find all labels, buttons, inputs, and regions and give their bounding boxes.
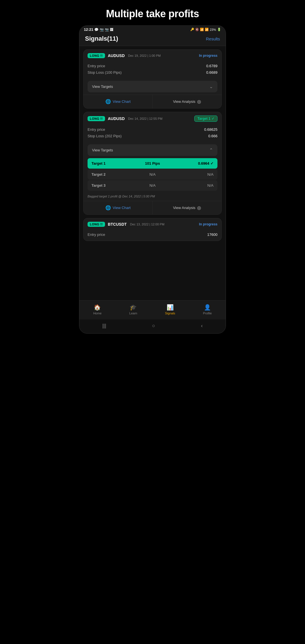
home-icon: 🏠 — [94, 304, 101, 311]
pair-name-3: BTCUSDT — [108, 222, 127, 227]
nav-profile-label: Profile — [203, 312, 212, 315]
entry-value-2: 0.68625 — [204, 127, 217, 132]
entry-label-1: Entry price — [88, 64, 105, 68]
card-body-1: Entry price 0.6789 Stop Loss (100 Pips) … — [84, 62, 221, 79]
page-title: Multiple take profits — [82, 8, 223, 20]
page-wrapper: Multiple take profits 12:21 💬 📷 📷 🖼 🔑 🔇 … — [76, 0, 229, 334]
nav-profile[interactable]: 👤 Profile — [200, 303, 215, 316]
action-buttons-1: 🌐 View Chart View Analysis ◎ — [84, 95, 221, 108]
stop-label-2: Stop Loss (202 Pips) — [88, 134, 122, 138]
target1-name: Target 1 — [91, 161, 111, 166]
view-chart-btn-2[interactable]: 🌐 View Chart — [84, 201, 153, 214]
target-row-1: Target 1 101 Pips 0.6964 ✓ — [88, 158, 217, 169]
view-analysis-btn-2[interactable]: View Analysis ◎ — [153, 201, 222, 214]
action-buttons-2: 🌐 View Chart View Analysis ◎ — [84, 201, 221, 214]
android-recent-icon[interactable]: ||| — [102, 323, 106, 329]
target-row-3: Target 3 N/A N/A — [88, 180, 217, 191]
chevron-up-icon-2: ⌃ — [209, 147, 213, 153]
stop-value-2: 0.666 — [208, 134, 217, 138]
status-time: 12:21 💬 📷 📷 🖼 — [84, 27, 113, 32]
target3-name: Target 3 — [91, 183, 111, 188]
checkmark-icon-2: ✓ — [212, 117, 214, 121]
long-badge-2: LONG !! — [88, 116, 105, 121]
entry-price-row-1: Entry price 0.6789 — [88, 63, 217, 69]
entry-value-3: 17600 — [207, 232, 217, 237]
nav-signals-label: Signals — [165, 312, 175, 315]
signal-card-3: LONG !! BTCUSDT Dec 13, 2022 | 12:00 PM … — [83, 218, 222, 241]
signal-card-1: LONG !! AUDUSD Dec 19, 2022 | 1:00 PM In… — [83, 49, 222, 108]
chevron-down-icon-1: ⌄ — [209, 84, 213, 89]
view-chart-btn-1[interactable]: 🌐 View Chart — [84, 95, 153, 108]
android-home-icon[interactable]: ○ — [152, 323, 155, 329]
card-body-2: Entry price 0.68625 Stop Loss (202 Pips)… — [84, 125, 221, 142]
nav-learn-label: Learn — [129, 312, 137, 315]
nav-home-label: Home — [93, 312, 101, 315]
view-analysis-btn-1[interactable]: View Analysis ◎ — [153, 95, 222, 108]
target2-name: Target 2 — [91, 172, 111, 177]
signal-date-3: Dec 13, 2022 | 12:00 PM — [130, 223, 165, 226]
status-badge-3: In progress — [199, 222, 217, 226]
target1-val: 0.6964 ✓ — [194, 161, 213, 166]
chart-icon-1: 🌐 — [105, 99, 111, 104]
android-back-icon[interactable]: ‹ — [201, 323, 203, 329]
entry-label-3: Entry price — [88, 232, 105, 237]
results-link[interactable]: Results — [206, 36, 220, 41]
pair-name-1: AUDUSD — [108, 53, 125, 58]
target-row-2: Target 2 N/A N/A — [88, 169, 217, 180]
target1-pips: 101 Pips — [111, 161, 194, 166]
learn-icon: 🎓 — [130, 304, 137, 311]
stop-loss-row-2: Stop Loss (202 Pips) 0.666 — [88, 133, 217, 139]
signal-date-1: Dec 19, 2022 | 1:00 PM — [128, 54, 161, 57]
entry-value-1: 0.6789 — [206, 64, 217, 68]
analysis-icon-2: ◎ — [197, 205, 201, 210]
target1-check-icon: ✓ — [210, 161, 213, 166]
signals-icon: 📊 — [167, 304, 174, 311]
target3-val: N/A — [194, 183, 213, 188]
nav-signals[interactable]: 📊 Signals — [162, 303, 178, 316]
page-header: Multiple take profits — [76, 0, 229, 25]
card-header-2: LONG !! AUDUSD Dec 14, 2022 | 12:55 PM T… — [84, 112, 221, 125]
card-body-3: Entry price 17600 — [84, 230, 221, 241]
pair-name-2: AUDUSD — [108, 116, 125, 121]
card-header-1: LONG !! AUDUSD Dec 19, 2022 | 1:00 PM In… — [84, 50, 221, 62]
target3-pips: N/A — [111, 183, 194, 188]
status-badge-1: In progress — [199, 54, 217, 58]
status-bar: 12:21 💬 📷 📷 🖼 🔑 🔇 📶 📶 23% 🔋 — [79, 26, 226, 33]
stop-value-1: 0.6689 — [206, 70, 217, 75]
app-header: Signals(11) Results — [79, 33, 226, 46]
view-targets-btn-1[interactable]: View Targets ⌄ — [88, 81, 217, 92]
long-badge-1: LONG !! — [88, 53, 105, 58]
signal-date-2: Dec 14, 2022 | 12:55 PM — [128, 117, 163, 120]
app-title: Signals(11) — [85, 35, 118, 42]
long-badge-3: LONG !! — [88, 222, 105, 227]
signals-list: LONG !! AUDUSD Dec 19, 2022 | 1:00 PM In… — [79, 46, 226, 300]
target2-val: N/A — [194, 172, 213, 177]
bagged-text-2: Bagged target 1 profit @ Dec 14, 2022 | … — [84, 193, 221, 201]
profile-icon: 👤 — [204, 304, 211, 311]
nav-learn[interactable]: 🎓 Learn — [126, 303, 141, 316]
target2-pips: N/A — [111, 172, 194, 177]
phone-frame: 12:21 💬 📷 📷 🖼 🔑 🔇 📶 📶 23% 🔋 Signals(11) … — [79, 25, 226, 334]
card-header-3: LONG !! BTCUSDT Dec 13, 2022 | 12:00 PM … — [84, 218, 221, 230]
stop-loss-row-1: Stop Loss (100 Pips) 0.6689 — [88, 69, 217, 76]
chart-icon-2: 🌐 — [105, 205, 111, 210]
entry-price-row-2: Entry price 0.68625 — [88, 126, 217, 133]
android-nav: ||| ○ ‹ — [79, 319, 226, 333]
targets-expanded-2: Target 1 101 Pips 0.6964 ✓ Target 2 N/A … — [88, 158, 217, 191]
analysis-icon-1: ◎ — [197, 99, 201, 104]
nav-home[interactable]: 🏠 Home — [90, 303, 105, 316]
stop-label-1: Stop Loss (100 Pips) — [88, 70, 122, 75]
signal-card-2: LONG !! AUDUSD Dec 14, 2022 | 12:55 PM T… — [83, 112, 222, 215]
status-badge-2: Target 1 ✓ — [194, 116, 217, 122]
entry-label-2: Entry price — [88, 127, 105, 132]
bottom-nav: 🏠 Home 🎓 Learn 📊 Signals 👤 Profile — [79, 300, 226, 319]
view-targets-btn-2[interactable]: View Targets ⌃ — [88, 144, 217, 156]
entry-price-row-3: Entry price 17600 — [88, 231, 217, 238]
status-icons: 🔑 🔇 📶 📶 23% 🔋 — [190, 28, 221, 31]
